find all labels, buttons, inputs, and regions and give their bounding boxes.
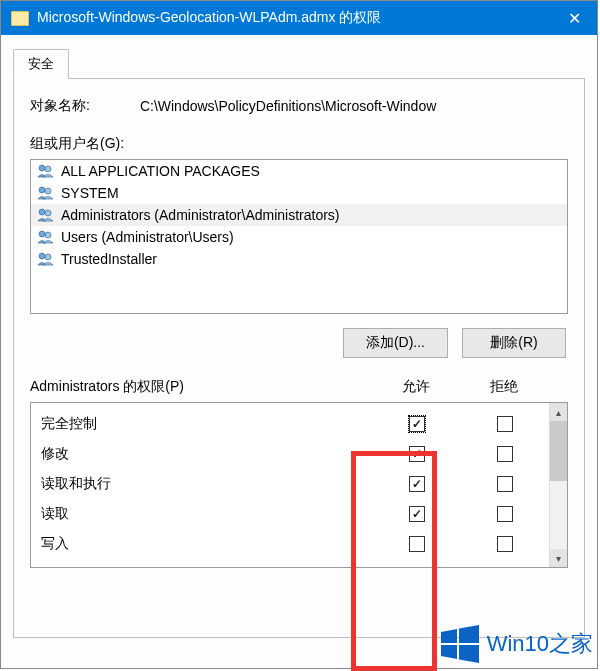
permission-row: 读取	[41, 499, 549, 529]
users-icon	[37, 208, 55, 222]
svg-point-0	[39, 165, 45, 171]
add-button[interactable]: 添加(D)...	[343, 328, 448, 358]
svg-marker-10	[441, 629, 457, 643]
users-icon	[37, 230, 55, 244]
list-item-label: Users (Administrator\Users)	[61, 229, 234, 245]
permissions-header: Administrators 的权限(P) 允许 拒绝	[30, 378, 568, 396]
deny-checkbox[interactable]	[497, 446, 513, 462]
svg-point-6	[39, 231, 45, 237]
users-icon	[37, 252, 55, 266]
list-item-label: ALL APPLICATION PACKAGES	[61, 163, 260, 179]
permission-row: 读取和执行	[41, 469, 549, 499]
object-name-value: C:\Windows\PolicyDefinitions\Microsoft-W…	[140, 98, 568, 114]
windows-logo-icon	[439, 624, 479, 664]
svg-marker-12	[441, 645, 457, 659]
scrollbar-vertical[interactable]: ▴ ▾	[549, 403, 567, 567]
groups-label: 组或用户名(G):	[30, 135, 568, 153]
button-row: 添加(D)... 删除(R)	[30, 328, 566, 358]
list-item[interactable]: ALL APPLICATION PACKAGES	[31, 160, 567, 182]
tab-panel-security: 对象名称: C:\Windows\PolicyDefinitions\Micro…	[13, 78, 585, 638]
permission-name: 写入	[41, 535, 373, 553]
allow-checkbox[interactable]	[409, 446, 425, 462]
list-item[interactable]: Users (Administrator\Users)	[31, 226, 567, 248]
remove-button[interactable]: 删除(R)	[462, 328, 566, 358]
permission-row: 完全控制	[41, 409, 549, 439]
allow-checkbox[interactable]	[409, 536, 425, 552]
deny-checkbox[interactable]	[497, 536, 513, 552]
permission-row: 修改	[41, 439, 549, 469]
svg-point-4	[39, 209, 45, 215]
permission-name: 完全控制	[41, 415, 373, 433]
permissions-header-label: Administrators 的权限(P)	[30, 378, 372, 396]
permissions-grid: 完全控制修改读取和执行读取写入 ▴ ▾	[30, 402, 568, 568]
users-icon	[37, 186, 55, 200]
tab-security[interactable]: 安全	[13, 49, 69, 79]
list-item[interactable]: TrustedInstaller	[31, 248, 567, 270]
titlebar[interactable]: Microsoft-Windows-Geolocation-WLPAdm.adm…	[1, 1, 597, 35]
deny-column-header: 拒绝	[460, 378, 548, 396]
allow-column-header: 允许	[372, 378, 460, 396]
scroll-track[interactable]	[550, 421, 567, 549]
watermark-text: Win10之家	[487, 629, 593, 659]
tab-strip: 安全	[13, 49, 585, 79]
list-item-label: Administrators (Administrator\Administra…	[61, 207, 340, 223]
users-icon	[37, 164, 55, 178]
list-item[interactable]: Administrators (Administrator\Administra…	[31, 204, 567, 226]
svg-point-2	[39, 187, 45, 193]
scroll-up-arrow[interactable]: ▴	[550, 403, 567, 421]
svg-point-1	[45, 166, 51, 172]
svg-marker-11	[459, 625, 479, 643]
window-title: Microsoft-Windows-Geolocation-WLPAdm.adm…	[37, 9, 381, 27]
groups-listbox[interactable]: ALL APPLICATION PACKAGES SYSTEM Administ…	[30, 159, 568, 314]
permission-name: 修改	[41, 445, 373, 463]
close-button[interactable]: ✕	[551, 1, 597, 35]
permission-name: 读取和执行	[41, 475, 373, 493]
svg-point-8	[39, 253, 45, 259]
svg-point-5	[45, 210, 51, 216]
permission-row: 写入	[41, 529, 549, 559]
allow-checkbox[interactable]	[409, 506, 425, 522]
svg-point-3	[45, 188, 51, 194]
object-name-row: 对象名称: C:\Windows\PolicyDefinitions\Micro…	[30, 97, 568, 115]
allow-checkbox[interactable]	[409, 416, 425, 432]
list-item-label: SYSTEM	[61, 185, 119, 201]
list-item[interactable]: SYSTEM	[31, 182, 567, 204]
deny-checkbox[interactable]	[497, 476, 513, 492]
scroll-down-arrow[interactable]: ▾	[550, 549, 567, 567]
object-name-label: 对象名称:	[30, 97, 90, 115]
svg-point-7	[45, 232, 51, 238]
svg-point-9	[45, 254, 51, 260]
permission-name: 读取	[41, 505, 373, 523]
list-item-label: TrustedInstaller	[61, 251, 157, 267]
folder-icon	[11, 11, 29, 26]
allow-checkbox[interactable]	[409, 476, 425, 492]
svg-marker-13	[459, 645, 479, 663]
deny-checkbox[interactable]	[497, 506, 513, 522]
scroll-thumb[interactable]	[550, 421, 567, 481]
watermark: Win10之家	[439, 624, 593, 664]
deny-checkbox[interactable]	[497, 416, 513, 432]
